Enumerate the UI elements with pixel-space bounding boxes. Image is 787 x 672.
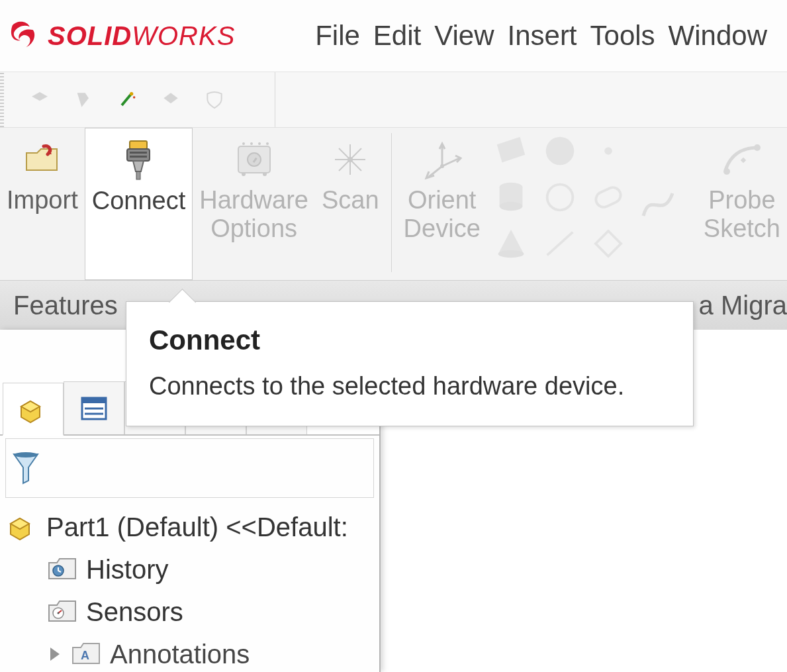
tree-history-label: History <box>86 548 168 591</box>
menu-file[interactable]: File <box>315 20 360 52</box>
svg-point-30 <box>547 185 573 211</box>
svg-line-23 <box>429 166 442 177</box>
quick-icon-2[interactable] <box>73 89 94 111</box>
tab-features[interactable]: Features <box>13 291 118 320</box>
sensors-folder-icon <box>48 599 78 625</box>
svg-point-49 <box>14 452 38 457</box>
ribbon-hardware-options-button: Hardware Options <box>193 128 315 280</box>
svg-point-12 <box>258 142 261 145</box>
shape-slot-icon[interactable] <box>589 178 627 216</box>
ribbon-orient-label-1: Orient <box>408 186 476 215</box>
ribbon-connect-button[interactable]: Connect <box>85 128 193 280</box>
shape-cone-icon[interactable] <box>492 224 530 263</box>
tree-item-sensors[interactable]: Sensors <box>8 591 377 633</box>
annotations-folder-icon: A <box>71 641 102 667</box>
shape-plane-icon[interactable] <box>492 132 530 170</box>
tree-root-label: Part1 (Default) <<Default: <box>46 506 348 548</box>
tree-root-part[interactable]: Part1 (Default) <<Default: <box>8 506 377 548</box>
shape-spline-icon[interactable] <box>638 184 678 224</box>
ribbon-probe-sketch-button: Probe Sketch <box>697 128 787 280</box>
svg-point-32 <box>498 250 524 258</box>
history-folder-icon <box>48 556 78 583</box>
panel-tab-property-manager[interactable] <box>64 381 124 434</box>
tooltip-title: Connect <box>149 324 671 356</box>
shape-diamond-icon[interactable] <box>589 224 627 263</box>
svg-point-13 <box>266 142 269 145</box>
ribbon-connect-label: Connect <box>92 187 186 215</box>
app-name: SOLIDWORKS <box>48 21 235 51</box>
svg-rect-6 <box>136 171 140 179</box>
filter-bar[interactable] <box>5 438 374 498</box>
tab-migration[interactable]: a Migra <box>699 291 787 320</box>
tooltip-body: Connects to the selected hardware device… <box>149 372 671 401</box>
svg-rect-34 <box>596 231 621 256</box>
menu-edit[interactable]: Edit <box>373 20 421 52</box>
svg-text:A: A <box>81 649 89 662</box>
svg-point-14 <box>242 172 246 176</box>
filter-funnel-icon <box>11 452 40 485</box>
ribbon-orient-label-2: Device <box>404 215 481 243</box>
svg-point-52 <box>58 612 60 614</box>
ribbon-hardware-label-1: Hardware <box>199 186 308 215</box>
app-logo: SOLIDWORKS <box>7 16 235 56</box>
hardware-chip-icon <box>233 141 275 178</box>
quick-icon-1[interactable] <box>29 89 50 111</box>
ribbon-hardware-label-2: Options <box>210 215 297 243</box>
toolbar-grip[interactable] <box>0 72 4 127</box>
svg-point-15 <box>263 172 267 176</box>
svg-line-33 <box>547 232 573 256</box>
shape-sphere-icon[interactable] <box>541 132 579 170</box>
svg-rect-5 <box>130 156 147 158</box>
shape-circle-icon[interactable] <box>541 178 579 216</box>
tree-sensors-label: Sensors <box>86 591 183 633</box>
part-icon <box>8 512 38 542</box>
quick-icon-shield[interactable] <box>204 89 225 111</box>
svg-point-29 <box>500 202 523 211</box>
scan-spark-icon <box>332 142 368 177</box>
ribbon-divider-1 <box>391 133 392 272</box>
svg-point-24 <box>440 164 444 168</box>
ribbon-probe-label-1: Probe <box>708 186 775 215</box>
menu-insert[interactable]: Insert <box>508 20 577 52</box>
svg-point-10 <box>242 142 245 145</box>
connect-tooltip: Connect Connects to the selected hardwar… <box>126 301 694 426</box>
svg-point-25 <box>545 137 574 166</box>
connect-plug-icon <box>122 140 155 181</box>
svg-point-35 <box>723 168 730 175</box>
menu-view[interactable]: View <box>434 20 494 52</box>
title-bar: SOLIDWORKS File Edit View Insert Tools W… <box>0 0 787 72</box>
tree-expander-icon[interactable] <box>50 648 60 661</box>
svg-point-36 <box>754 144 761 151</box>
shape-line-icon[interactable] <box>541 224 579 263</box>
ribbon-scan-label: Scan <box>322 186 379 215</box>
menu-window[interactable]: Window <box>669 20 767 52</box>
svg-point-26 <box>604 147 612 155</box>
ribbon-import-button[interactable]: Import <box>0 128 85 280</box>
svg-point-11 <box>250 142 253 145</box>
ribbon-scan-button: Scan <box>315 128 386 280</box>
svg-rect-37 <box>741 158 746 163</box>
quick-icon-4[interactable] <box>160 89 181 111</box>
svg-rect-3 <box>127 149 150 161</box>
svg-rect-39 <box>82 398 106 403</box>
panel-tab-feature-tree[interactable] <box>3 383 64 436</box>
main-menu: File Edit View Insert Tools Window <box>315 20 787 52</box>
feature-tree-icon <box>17 393 49 425</box>
shape-cylinder-icon[interactable] <box>492 178 530 216</box>
feature-tree: Part1 (Default) <<Default: History Senso… <box>0 498 379 672</box>
shape-point-icon[interactable] <box>589 132 627 170</box>
tree-item-annotations[interactable]: A Annotations <box>8 633 377 672</box>
svg-point-1 <box>133 96 135 98</box>
menu-tools[interactable]: Tools <box>590 20 655 52</box>
quick-icon-wand[interactable] <box>116 89 138 111</box>
ribbon-toolbar: Import Connect Hardware Opt <box>0 128 787 280</box>
svg-point-0 <box>130 92 133 95</box>
quick-toolbar <box>0 72 787 128</box>
svg-point-20 <box>347 157 353 162</box>
ribbon-import-label: Import <box>7 186 78 215</box>
tree-item-history[interactable]: History <box>8 548 377 591</box>
ribbon-orient-device-button: Orient Device <box>397 128 487 280</box>
svg-rect-2 <box>130 141 147 149</box>
probe-sketch-icon <box>721 141 763 178</box>
ribbon-primitive-shapes <box>487 128 633 267</box>
